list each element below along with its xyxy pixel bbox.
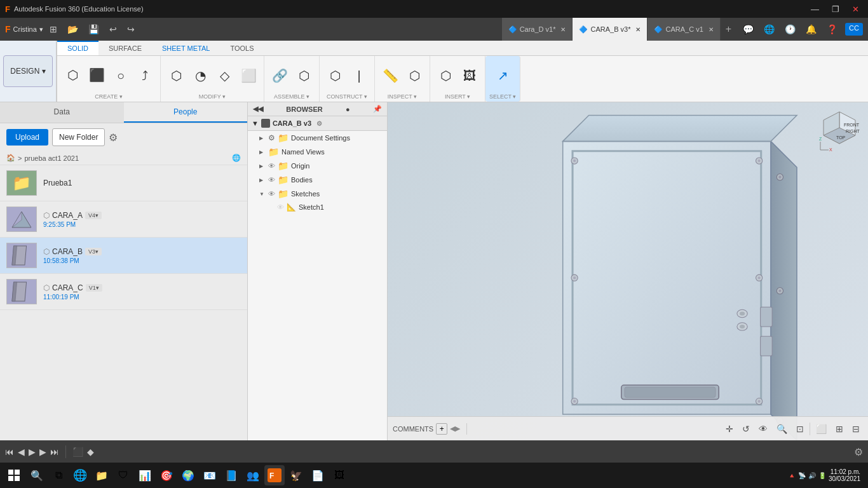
taskbar-chrome[interactable]: 🌍	[178, 465, 198, 485]
breadcrumb-item[interactable]: prueba act1 2021	[24, 154, 79, 162]
browser-origin[interactable]: ▶ 👁 📁 Origin	[248, 159, 387, 173]
sketches-expand[interactable]: ▼	[259, 191, 266, 197]
globe-icon[interactable]: 🌐	[761, 23, 777, 36]
taskbar-search[interactable]: 🔍	[27, 465, 47, 485]
taskbar-excel[interactable]: 📊	[135, 465, 155, 485]
browser-bodies[interactable]: ▶ 👁 📁 Bodies	[248, 173, 387, 187]
tab-cara-b-close[interactable]: ✕	[635, 26, 641, 33]
insert-btn1[interactable]: ⬡	[434, 60, 457, 92]
cara-a-version[interactable]: V4▾	[85, 212, 102, 219]
minimize-button[interactable]: —	[807, 3, 823, 15]
insert-btn2[interactable]: 🖼	[458, 60, 481, 92]
bodies-visibility[interactable]: 👁	[268, 176, 275, 184]
construct-btn1[interactable]: ⬡	[323, 60, 346, 92]
browser-sketch1[interactable]: ▶ 👁 📐 Sketch1	[248, 201, 387, 214]
tab-surface[interactable]: SURFACE	[98, 41, 152, 55]
user-dropdown-icon[interactable]: ▾	[39, 25, 43, 34]
canvas-area[interactable]: FRONT RIGHT TOP Z X	[388, 102, 868, 440]
open-button[interactable]: 📂	[65, 23, 81, 36]
undo-button[interactable]: ↩	[107, 23, 119, 36]
timeline-prev[interactable]: ◀	[18, 447, 25, 457]
timeline-skip-back[interactable]: ⏮	[5, 447, 14, 457]
press-pull-button[interactable]: ⬡	[165, 60, 187, 92]
file-item-prueba1[interactable]: 📁 Prueba1	[0, 165, 247, 201]
help-icon[interactable]: ❓	[824, 23, 840, 36]
tray-icon-3[interactable]: 🔊	[808, 472, 816, 479]
file-item-cara-b[interactable]: ⬡ CARA_B V3▾ 10:58:38 PM	[0, 238, 247, 274]
timeline-play[interactable]: ▶	[29, 447, 36, 457]
taskbar-acrobat[interactable]: 📄	[308, 465, 328, 485]
timeline-settings-icon[interactable]: ⚙	[854, 446, 863, 458]
start-button[interactable]	[3, 464, 25, 487]
sketches-visibility[interactable]: 👁	[268, 190, 275, 198]
chamfer-button[interactable]: ◇	[213, 60, 236, 92]
world-icon[interactable]: 🌐	[232, 154, 241, 162]
browser-sketches[interactable]: ▼ 👁 📁 Sketches	[248, 187, 387, 201]
add-comment-button[interactable]: +	[436, 423, 447, 435]
taskbar-word[interactable]: 📘	[221, 465, 241, 485]
new-folder-button[interactable]: New Folder	[52, 128, 105, 146]
tab-sheet-metal[interactable]: SHEET METAL	[152, 41, 220, 55]
tab-cara-d[interactable]: 🔷 Cara_D v1* ✕	[502, 18, 573, 41]
cara-c-version[interactable]: V1▾	[86, 284, 102, 292]
tab-cara-b[interactable]: 🔷 CARA_B v3* ✕	[573, 18, 648, 41]
redo-button[interactable]: ↪	[125, 23, 137, 36]
window-controls[interactable]: — ❐ ✕	[807, 3, 863, 15]
tab-cara-c[interactable]: 🔷 CARA_C v1 ✕	[648, 18, 720, 41]
revolve-button[interactable]: ○	[109, 60, 132, 92]
sketch1-visibility[interactable]: 👁	[277, 203, 284, 211]
zoom-button[interactable]: 🔍	[773, 423, 790, 435]
named-views-expand[interactable]: ▶	[259, 149, 266, 155]
pan-button[interactable]: ✛	[722, 423, 736, 435]
extrude-button[interactable]: ⬛	[85, 60, 108, 92]
clock-icon[interactable]: 🕐	[782, 23, 798, 36]
browser-pin-icon[interactable]: 📌	[373, 105, 382, 113]
upload-button[interactable]: Upload	[6, 129, 48, 146]
taskbar-defender[interactable]: 🛡	[113, 465, 133, 485]
taskbar-powerpoint[interactable]: 🎯	[156, 465, 177, 485]
taskbar-photos[interactable]: 🖼	[329, 465, 349, 485]
close-button[interactable]: ✕	[848, 3, 863, 15]
home-icon[interactable]: 🏠	[6, 154, 15, 162]
maximize-button[interactable]: ❐	[828, 3, 843, 15]
grid-button[interactable]: ⊞	[47, 23, 60, 36]
origin-expand[interactable]: ▶	[259, 163, 266, 169]
file-item-cara-c[interactable]: ⬡ CARA_C V1▾ 11:00:19 PM	[0, 274, 247, 310]
tab-tools[interactable]: TOOLS	[220, 41, 264, 55]
timeline-skip-fwd[interactable]: ⏭	[50, 447, 59, 457]
save-button[interactable]: 💾	[86, 23, 102, 36]
browser-root-settings[interactable]: ⚙	[316, 120, 322, 127]
taskbar-eagle[interactable]: 🦅	[286, 465, 306, 485]
file-item-cara-a[interactable]: ⬡ CARA_A V4▾ 9:25:35 PM	[0, 201, 247, 238]
taskbar-clock[interactable]: 11:02 p.m. 30/03/2021	[829, 468, 860, 482]
taskbar-explorer[interactable]: 📁	[92, 465, 112, 485]
tray-icon-4[interactable]: 🔋	[818, 472, 826, 479]
tray-icon-1[interactable]: 🔺	[788, 472, 796, 479]
origin-visibility[interactable]: 👁	[268, 162, 275, 170]
create-component-button[interactable]: ⬡	[61, 60, 84, 92]
chat-icon[interactable]: 💬	[740, 23, 756, 36]
tab-solid[interactable]: SOLID	[57, 41, 98, 55]
tab-cara-c-close[interactable]: ✕	[709, 26, 714, 33]
design-mode-button[interactable]: DESIGN ▾	[3, 55, 52, 87]
timeline-next[interactable]: ▶	[39, 447, 46, 457]
assemble-btn2[interactable]: ⬡	[292, 60, 315, 92]
root-expand-icon[interactable]: ▼	[252, 119, 259, 127]
inspect-btn2[interactable]: ⬡	[403, 60, 426, 92]
comments-collapse[interactable]: ◀▶	[450, 424, 460, 433]
fit-button[interactable]: ⊡	[793, 423, 807, 435]
bodies-expand[interactable]: ▶	[259, 177, 266, 183]
inspect-btn1[interactable]: 📏	[379, 60, 402, 92]
construct-btn2[interactable]: |	[348, 60, 370, 92]
fillet-button[interactable]: ◔	[189, 60, 212, 92]
doc-settings-expand[interactable]: ▶	[259, 135, 266, 141]
bell-icon[interactable]: 🔔	[803, 23, 819, 36]
select-btn1[interactable]: ↗	[491, 60, 514, 92]
taskbar-teams[interactable]: 👥	[243, 465, 263, 485]
taskbar-task-view[interactable]: ⧉	[48, 465, 69, 485]
panel-settings-icon[interactable]: ⚙	[109, 132, 118, 144]
viewport-mode-button[interactable]: ⊟	[849, 423, 863, 435]
add-tab-button[interactable]: +	[721, 21, 736, 37]
assemble-btn1[interactable]: 🔗	[268, 60, 291, 92]
shell-button[interactable]: ⬜	[237, 60, 260, 92]
